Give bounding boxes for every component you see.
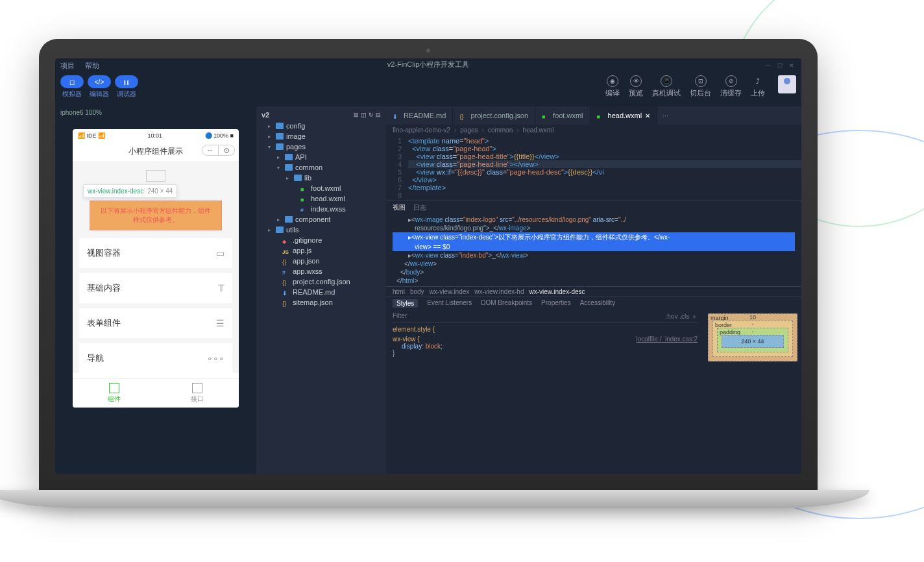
tree-root[interactable]: v2 ⊞◫↻⊟ xyxy=(259,109,383,121)
close-icon[interactable]: ⊙ xyxy=(219,145,234,155)
tree-item[interactable]: sitemap.json xyxy=(259,297,383,308)
md-icon xyxy=(393,112,400,119)
folder-icon xyxy=(285,216,293,223)
tree-item[interactable]: project.config.json xyxy=(259,276,383,287)
collapse-icon[interactable]: ⊟ xyxy=(376,112,381,118)
dom-tree[interactable]: ▸<wx-image class="index-logo" src="../re… xyxy=(386,214,801,286)
minimize-icon[interactable]: — xyxy=(764,62,773,69)
json-icon xyxy=(282,278,290,285)
tree-item[interactable]: ▸config xyxy=(259,121,383,131)
tree-item[interactable]: app.js xyxy=(259,245,383,256)
style-tab[interactable]: Properties xyxy=(541,299,571,308)
list-item[interactable]: 视图容器▭ xyxy=(79,238,232,268)
wxss-icon xyxy=(300,206,308,212)
clear-icon: ⊘ xyxy=(725,75,737,87)
tabbar: 组件 接口 xyxy=(73,378,239,408)
tab-api[interactable]: 接口 xyxy=(156,379,239,408)
breadcrumb[interactable]: fino-applet-demo-v2›pages›common›head.wx… xyxy=(386,125,801,136)
tab-more[interactable]: ··· xyxy=(657,106,674,125)
list-item[interactable]: 导航∘∘∘ xyxy=(79,343,232,373)
status-bar: 📶 IDE 📶10:01🔵 100% ■ xyxy=(73,129,239,142)
devtools-tabs: 视图 日志 xyxy=(386,201,801,214)
tree-item[interactable]: README.md xyxy=(259,287,383,297)
style-tab[interactable]: Accessibility xyxy=(580,299,615,308)
action-clear[interactable]: ⊘清缓存 xyxy=(720,75,742,98)
action-background[interactable]: ⊡切后台 xyxy=(690,75,711,98)
editor-tab[interactable]: project.config.json xyxy=(453,106,535,125)
styles-tabs: StylesEvent ListenersDOM BreakpointsProp… xyxy=(386,297,801,310)
mode-simulator[interactable]: ◻模拟器 xyxy=(60,75,84,99)
tree-item[interactable]: ▸utils xyxy=(259,225,383,235)
laptop-base xyxy=(0,490,869,508)
refresh-icon[interactable]: ↻ xyxy=(369,112,374,118)
upload-icon: ⤴ xyxy=(752,75,764,87)
new-folder-icon[interactable]: ◫ xyxy=(361,112,367,118)
dom-breadcrumb[interactable]: htmlbodywx-view.indexwx-view.index-hdwx-… xyxy=(386,286,801,297)
row-icon: ▭ xyxy=(216,248,225,258)
style-tab[interactable]: DOM Breakpoints xyxy=(481,299,532,308)
phone-preview: 📶 IDE 📶10:01🔵 100% ■ 小程序组件展示 ···⊙ wx-vie… xyxy=(73,129,239,408)
tree-item[interactable]: ▸API xyxy=(259,152,383,162)
filter-extras[interactable]: :hov .cls ＋ xyxy=(666,312,698,321)
list-item[interactable]: 表单组件☰ xyxy=(79,308,232,338)
editor-tab[interactable]: head.wxml✕ xyxy=(590,106,658,125)
tree-item[interactable]: ▸image xyxy=(259,131,383,141)
git-icon xyxy=(282,237,290,243)
tree-item[interactable]: ▸lib xyxy=(259,173,383,183)
file-explorer: v2 ⊞◫↻⊟ ▸config▸image▾pages▸API▾common▸l… xyxy=(256,106,386,474)
tree-item[interactable]: foot.wxml xyxy=(259,183,383,193)
toolbar: ◻模拟器 </>编辑器 ⫿⫿调试器 ◉编译 👁预览 📱真机调试 ⊡切后台 ⊘清缓… xyxy=(55,73,801,106)
style-tab[interactable]: Styles xyxy=(393,299,418,308)
wxml-icon xyxy=(300,195,308,202)
action-compile[interactable]: ◉编译 xyxy=(605,75,620,98)
tree-item[interactable]: ▸component xyxy=(259,214,383,225)
phone-icon: ◻ xyxy=(69,79,75,86)
more-icon[interactable]: ··· xyxy=(202,145,219,155)
action-upload[interactable]: ⤴上传 xyxy=(751,75,765,98)
tree-item[interactable]: index.wxss xyxy=(259,204,383,214)
compile-icon: ◉ xyxy=(607,75,618,87)
action-preview[interactable]: 👁预览 xyxy=(629,75,643,98)
dt-tab-log[interactable]: 日志 xyxy=(413,203,426,212)
tree-item[interactable]: ▾pages xyxy=(259,141,383,152)
tree-item[interactable]: app.wxss xyxy=(259,266,383,276)
tab-component[interactable]: 组件 xyxy=(73,379,156,408)
tree-item[interactable]: ▾common xyxy=(259,162,383,173)
api-icon xyxy=(192,383,202,393)
device-label[interactable]: iphone6 100% xyxy=(55,106,256,119)
code-editor[interactable]: 1<template name="head">2 <view class="pa… xyxy=(386,136,801,201)
dt-tab-view[interactable]: 视图 xyxy=(393,203,406,212)
tree-item[interactable]: head.wxml xyxy=(259,193,383,204)
folder-icon xyxy=(276,226,284,233)
folder-icon xyxy=(285,164,293,171)
menu-help[interactable]: 帮助 xyxy=(85,61,99,71)
wxss-icon xyxy=(282,268,290,275)
menu-project[interactable]: 项目 xyxy=(60,61,75,71)
capsule[interactable]: ···⊙ xyxy=(202,145,235,156)
folder-icon xyxy=(294,175,302,181)
close-icon[interactable]: ✕ xyxy=(645,112,650,119)
styles-list[interactable]: Filter:hov .cls ＋ element.style {</span>… xyxy=(386,310,704,474)
tree-item[interactable]: .gitignore xyxy=(259,235,383,245)
mode-editor[interactable]: </>编辑器 xyxy=(88,75,111,99)
remote-icon: 📱 xyxy=(661,75,672,87)
folder-icon xyxy=(276,123,284,129)
filter-input[interactable]: Filter xyxy=(393,312,407,321)
md-icon xyxy=(282,289,290,295)
bg-icon: ⊡ xyxy=(695,75,707,87)
close-icon[interactable]: ✕ xyxy=(787,62,796,69)
style-tab[interactable]: Event Listeners xyxy=(427,299,472,308)
mode-debugger[interactable]: ⫿⫿调试器 xyxy=(115,75,138,99)
editor-tab[interactable]: README.md xyxy=(386,106,453,125)
editor-tab[interactable]: foot.wxml xyxy=(535,106,590,125)
list-item[interactable]: 基础内容𝕋 xyxy=(79,273,232,303)
avatar[interactable] xyxy=(778,75,796,93)
selected-desc[interactable]: 以下将展示小程序官方组件能力，组件样式仅供参考。 xyxy=(90,201,222,230)
camera xyxy=(426,49,430,53)
simulator-panel: iphone6 100% 📶 IDE 📶10:01🔵 100% ■ 小程序组件展… xyxy=(55,106,256,474)
js-icon xyxy=(282,247,290,254)
new-file-icon[interactable]: ⊞ xyxy=(354,112,359,118)
maximize-icon[interactable]: ☐ xyxy=(775,62,784,69)
tree-item[interactable]: app.json xyxy=(259,256,383,266)
action-remote[interactable]: 📱真机调试 xyxy=(652,75,681,98)
